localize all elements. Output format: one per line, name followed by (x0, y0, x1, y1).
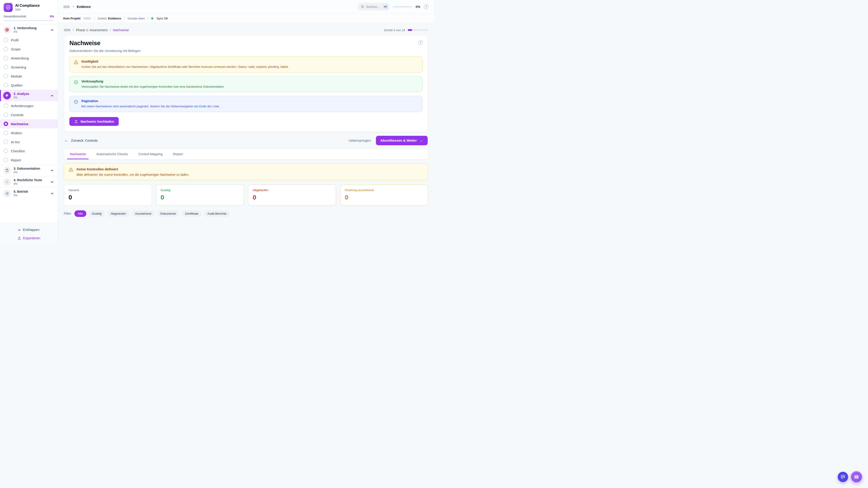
sidebar-item-module[interactable]: Module (0, 72, 58, 80)
sidebar-section-betrieb[interactable]: 5. Betrieb 0% (0, 188, 58, 199)
magnifier-icon (3, 92, 11, 99)
tab-control-mapping[interactable]: Control-Mapping (138, 149, 162, 159)
section-label: 5. Betrieb (13, 190, 48, 193)
filter-chip-audit-berichte[interactable]: Audit-Berichte (204, 210, 230, 217)
export-button[interactable]: Exportieren (0, 236, 58, 240)
callout-title: Verknuepfung (81, 79, 224, 83)
export-label: Exportieren (23, 236, 40, 240)
radio-icon (4, 47, 8, 51)
clipboard-icon (3, 166, 11, 174)
step-progress-bar (408, 29, 428, 31)
sidebar: AI Compliance SDK Gesamtfortschritt 0% 1… (0, 0, 58, 244)
collapse-sidebar-button[interactable]: « Einklappen (18, 228, 39, 232)
breadcrumb-root[interactable]: SDK (63, 5, 70, 8)
chevron-down-icon (50, 180, 54, 184)
sidebar-item-quellen[interactable]: Quellen (0, 80, 58, 90)
page-title: Nachweise (69, 40, 423, 47)
section-label: 4. Rechtliche Texte (13, 178, 48, 182)
sidebar-section-rechtliche-texte[interactable]: 4. Rechtliche Texte 0% (0, 176, 58, 188)
stat-value: 0 (345, 194, 424, 201)
overall-progress-label: Gesamtfortschritt (4, 15, 26, 18)
sidebar-item-risiken[interactable]: Risiken (0, 128, 58, 137)
filter-chip-dokumente[interactable]: Dokumente (157, 210, 179, 217)
sidebar-item-anforderungen[interactable]: Anforderungen (0, 101, 58, 110)
help-icon[interactable]: ? (424, 4, 429, 9)
wizard-nav: ← Zurueck: Controls Ueberspringen Abschl… (64, 136, 428, 145)
section-percent: 0% (13, 171, 48, 174)
upload-evidence-button[interactable]: Nachweis hochladen (69, 117, 119, 126)
sidebar-item-anwendung[interactable]: Anwendung (0, 54, 58, 63)
overall-progress-bar (4, 20, 54, 21)
chevron-up-icon (50, 94, 54, 98)
chevron-up-icon (50, 28, 54, 32)
sidebar-section-dokumentation[interactable]: 3. Dokumentation 0% (0, 164, 58, 176)
stat-label: Pruefung ausstehend (345, 188, 424, 192)
page-breadcrumb-root[interactable]: SDK (64, 28, 70, 32)
radio-icon (4, 38, 8, 42)
sidebar-section-analyse[interactable]: 2. Analyse 0% (0, 90, 58, 101)
callout-linking: Verknuepfung Verknuepfen Sie Nachweise d… (69, 76, 423, 92)
radio-icon (4, 83, 8, 88)
warning-triangle-icon (68, 167, 73, 173)
sidebar-item-controls[interactable]: Controls (0, 110, 58, 119)
sidebar-sections: 1. Vorbereitung 0% Profil Scope Anwendun… (0, 24, 58, 223)
skip-button[interactable]: Ueberspringen (348, 138, 371, 142)
status-bar: Kein Projekt V001 Zuletzt: Evidence Gera… (58, 13, 434, 23)
stat-card-pruefung-ausstehend: Pruefung ausstehend 0 (340, 184, 428, 206)
back-button[interactable]: ← Zurueck: Controls (64, 138, 98, 143)
filter-chip-zertifikate[interactable]: Zertifikate (182, 210, 202, 217)
tab-report[interactable]: Report (173, 149, 183, 159)
sidebar-item-report[interactable]: Report (0, 156, 58, 164)
stat-card-gueltig: Gueltig 0 (156, 184, 244, 206)
divider (124, 17, 125, 20)
filter-chip-alle[interactable]: Alle (74, 210, 86, 217)
sidebar-item-nachweise[interactable]: Nachweise (0, 119, 58, 128)
topbar-progress-bar (393, 6, 412, 7)
upload-icon (18, 236, 21, 240)
page-breadcrumb-phase[interactable]: Phase 1: Assessment (76, 28, 107, 32)
check-circle-icon (74, 80, 78, 85)
search-input[interactable] (366, 5, 381, 8)
keyboard-shortcut-badge: ⌘K (383, 4, 388, 9)
page-content: SDK / Phase 1: Assessment / Nachweise Sc… (58, 23, 434, 244)
page-breadcrumb-current: Nachweise (113, 28, 129, 32)
filter-chip-ausstehend[interactable]: Ausstehend (132, 210, 155, 217)
filter-chip-abgelaufen[interactable]: Abgelaufen (107, 210, 129, 217)
breadcrumb: SDK Evidence (63, 5, 91, 8)
double-chevron-left-icon: « (18, 228, 21, 232)
step-progress: Schritt 3 von 14 (384, 29, 428, 32)
complete-next-button[interactable]: Abschliessen & Weiter → (376, 136, 428, 145)
main-area: SDK Evidence ⌘K 0% ? Kein Projekt V001 Z… (58, 0, 434, 244)
search-box[interactable]: ⌘K (358, 3, 389, 11)
callout-validity: Gueltigkeit Achten Sie auf das Ablaufdat… (69, 56, 423, 72)
section-label: 3. Dokumentation (13, 167, 48, 170)
sidebar-section-vorbereitung[interactable]: 1. Vorbereitung 0% (0, 24, 58, 35)
radio-selected-icon (4, 122, 8, 126)
section-label: 1. Vorbereitung (13, 26, 48, 30)
callout-pagination: Pagination Bei vielen Nachweisen wird au… (69, 96, 423, 112)
sidebar-item-ai-act[interactable]: AI Act (0, 137, 58, 147)
sidebar-item-checklist[interactable]: Checklist (0, 147, 58, 156)
sidebar-item-screening[interactable]: Screening (0, 63, 58, 72)
next-label: Abschliessen & Weiter (380, 138, 417, 142)
help-icon[interactable]: ? (418, 40, 423, 45)
callout-title: Pagination (81, 99, 220, 103)
breadcrumb-current: Evidence (77, 5, 91, 8)
tab-automatische-checks[interactable]: Automatische Checks (96, 149, 128, 159)
callout-title: Gueltigkeit (81, 60, 289, 63)
sidebar-item-profil[interactable]: Profil (0, 35, 58, 44)
radio-icon (4, 140, 8, 144)
filter-chip-gueltig[interactable]: Gueltig (89, 210, 105, 217)
tab-nachweise[interactable]: Nachweise (70, 149, 86, 159)
project-name: Kein Projekt (63, 17, 81, 20)
radio-icon (4, 65, 8, 69)
filter-label: Filter: (64, 212, 72, 215)
version-badge: V001 (84, 17, 91, 20)
collapse-label: Einklappen (23, 228, 39, 232)
radio-icon (4, 56, 8, 60)
topbar: SDK Evidence ⌘K 0% ? (58, 0, 434, 13)
app-logo (4, 3, 13, 12)
sidebar-item-scope[interactable]: Scope (0, 44, 58, 54)
memo-icon (3, 178, 11, 186)
shield-check-icon (6, 5, 11, 10)
